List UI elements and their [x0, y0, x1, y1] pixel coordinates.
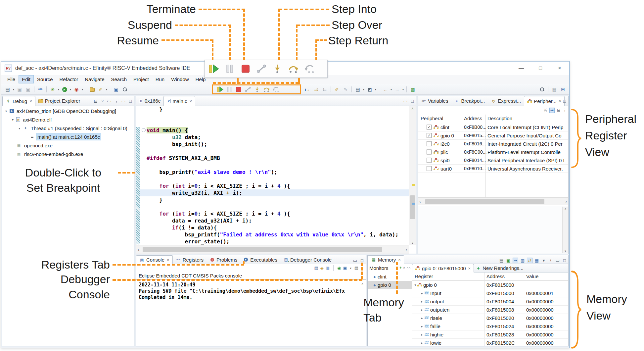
- peripheral-row[interactable]: plic0xF8C00...Platform-Level Interrupt C…: [418, 148, 568, 156]
- forward-icon[interactable]: →: [393, 86, 401, 93]
- editor-vertical-scrollbar[interactable]: ∧ ∨: [409, 106, 416, 245]
- expander-icon[interactable]: ▸: [420, 300, 424, 303]
- peripheral-row[interactable]: spi00xF8014...Serial Peripheral Interfac…: [418, 156, 568, 165]
- tab-console[interactable]: Console×: [136, 255, 173, 264]
- hscroll-thumb[interactable]: [143, 247, 382, 252]
- console-log[interactable]: 2022-11-14 11:20:49Parsing SVD file "C:\…: [139, 282, 358, 301]
- memory-monitor-gpio-0[interactable]: ◆gpio 0: [368, 281, 412, 289]
- close-icon[interactable]: ×: [189, 99, 192, 104]
- expander-icon[interactable]: ▸: [420, 308, 424, 312]
- maximize-panel-icon[interactable]: □: [562, 99, 567, 104]
- scroll-up-icon[interactable]: ∧: [563, 207, 568, 211]
- code-line[interactable]: [147, 203, 409, 210]
- callout-suspend-icon[interactable]: [224, 64, 235, 74]
- new-wizard-icon[interactable]: ▤: [4, 86, 11, 93]
- last-edit-icon[interactable]: ▨: [409, 86, 416, 93]
- col-description[interactable]: Description: [487, 116, 512, 121]
- open-folder-icon[interactable]: [88, 86, 96, 93]
- menu-file[interactable]: File: [4, 75, 19, 83]
- pin-console-icon[interactable]: ◉: [337, 266, 341, 271]
- scroll-down-icon[interactable]: ∨: [409, 241, 416, 244]
- back-dropdown-icon[interactable]: ▾: [390, 88, 393, 91]
- code-line[interactable]: bsp_init();: [147, 141, 409, 148]
- col-address[interactable]: Address: [464, 116, 482, 121]
- word-wrap-icon[interactable]: ▥: [326, 266, 330, 271]
- close-icon[interactable]: ×: [29, 99, 32, 104]
- maximize-panel-icon[interactable]: □: [410, 99, 415, 104]
- tab-registers[interactable]: Registers: [173, 255, 207, 264]
- menu-source[interactable]: Source: [34, 75, 56, 83]
- scroll-up-icon[interactable]: ∧: [361, 282, 364, 286]
- code-line[interactable]: for (int i=0; i < AXI_SIZE ; i = i + 4 )…: [147, 182, 409, 189]
- expander-icon[interactable]: ▸: [420, 291, 424, 295]
- debug-tree-item[interactable]: ▾Thread #1 (Suspended : Signal : 0:Signa…: [2, 124, 134, 132]
- maximize-panel-icon[interactable]: □: [360, 258, 364, 263]
- peripheral-row[interactable]: clint0xF8B00...Core Local Interrupt (CLI…: [418, 123, 568, 131]
- remove-monitor-icon[interactable]: ×: [403, 266, 405, 270]
- expander-icon[interactable]: ▾: [413, 283, 417, 287]
- tab-project-explorer[interactable]: Project Explorer: [35, 96, 83, 106]
- save-all-icon[interactable]: ▣: [24, 86, 32, 93]
- scroll-left-icon[interactable]: ‹: [138, 245, 139, 254]
- menu-navigate[interactable]: Navigate: [81, 75, 108, 83]
- code-editor[interactable]: − }void main() { u32 data; bsp_init();#i…: [136, 106, 409, 245]
- save-icon[interactable]: ▣: [16, 86, 23, 93]
- scroll-down-icon[interactable]: ∨: [563, 249, 568, 252]
- scroll-left-icon[interactable]: ‹: [419, 198, 421, 205]
- expander-icon[interactable]: ▸: [420, 325, 424, 328]
- code-line[interactable]: if(i != data){: [147, 224, 409, 231]
- annotations-dropdown-icon[interactable]: ▾: [374, 88, 377, 91]
- close-button[interactable]: ×: [550, 62, 569, 75]
- code-line[interactable]: #ifdef SYSTEM_AXI_A_BMB: [147, 155, 409, 162]
- new-dropdown-icon[interactable]: ▾: [12, 88, 15, 91]
- checkbox[interactable]: [427, 166, 432, 171]
- tab-main-c[interactable]: main.c×: [163, 96, 195, 106]
- code-line[interactable]: [147, 162, 409, 169]
- debug-tree-item[interactable]: openocd.exe: [2, 141, 134, 150]
- view-menu-icon[interactable]: ⋮: [548, 258, 553, 263]
- tab-memory[interactable]: Memory×: [368, 255, 404, 264]
- code-line[interactable]: bsp_printf("axi4 slave demo ! \r\n");: [147, 169, 409, 176]
- external-tools-icon[interactable]: ◉: [73, 86, 80, 93]
- switch-memory-unit-icon[interactable]: ▥: [520, 258, 525, 263]
- debug-tree-item[interactable]: riscv-none-embed-gdb.exe: [2, 150, 134, 158]
- export-memory-icon[interactable]: ▣: [506, 258, 511, 263]
- back-icon[interactable]: ←: [382, 86, 389, 93]
- col-value[interactable]: Value: [526, 274, 538, 279]
- debug-tree-item[interactable]: main() at main.c:124 0x165c: [2, 132, 134, 141]
- tab-executables[interactable]: Executables: [240, 255, 280, 264]
- expander-icon[interactable]: ▾: [11, 118, 15, 122]
- display-selected-console-icon[interactable]: ▣: [343, 266, 347, 271]
- code-line[interactable]: [147, 148, 409, 155]
- toggle-split-icon[interactable]: ⇄: [527, 258, 532, 263]
- minimize-button[interactable]: —: [512, 62, 531, 75]
- menu-run[interactable]: Run: [152, 75, 168, 83]
- hscroll-thumb[interactable]: [425, 199, 544, 204]
- memory-monitor-clint[interactable]: ◆clint: [368, 273, 412, 281]
- expander-icon[interactable]: ▸: [420, 333, 424, 336]
- col-address[interactable]: Address: [486, 274, 505, 279]
- expander-icon[interactable]: ▾: [4, 109, 8, 113]
- peripheral-horizontal-scrollbar[interactable]: ‹ ›: [418, 197, 568, 205]
- menu-project[interactable]: Project: [130, 75, 152, 83]
- new-memory-view-icon[interactable]: ▤: [499, 258, 504, 263]
- minimize-panel-icon[interactable]: ▭: [353, 258, 357, 263]
- debug-tree-item[interactable]: ▾axi4Demo.elf: [2, 115, 134, 124]
- table-rendering-icon[interactable]: ▦: [534, 258, 539, 263]
- forward-dropdown-icon[interactable]: ▾: [401, 88, 405, 91]
- close-icon[interactable]: ×: [166, 257, 169, 262]
- close-icon[interactable]: ×: [397, 257, 401, 262]
- clear-console-icon[interactable]: ▤: [314, 266, 318, 271]
- checkbox[interactable]: [427, 150, 432, 155]
- binary-file-icon[interactable]: 010: [37, 86, 44, 93]
- edit-icon[interactable]: ✎: [342, 86, 349, 93]
- debug-view-focus-icon[interactable]: i→: [107, 99, 112, 103]
- editor-horizontal-scrollbar[interactable]: ‹ ›: [136, 245, 409, 254]
- menu-window[interactable]: Window: [168, 75, 192, 83]
- vscroll-thumb[interactable]: [410, 195, 415, 219]
- scroll-lock-icon[interactable]: ◈: [320, 266, 324, 271]
- callout-step-into-icon[interactable]: [272, 64, 283, 74]
- breakpoint-gutter[interactable]: [136, 127, 140, 244]
- build-dropdown-icon[interactable]: ▾: [105, 88, 108, 91]
- memory-register-row[interactable]: ▸highie0xF80150280x00000000: [412, 330, 568, 339]
